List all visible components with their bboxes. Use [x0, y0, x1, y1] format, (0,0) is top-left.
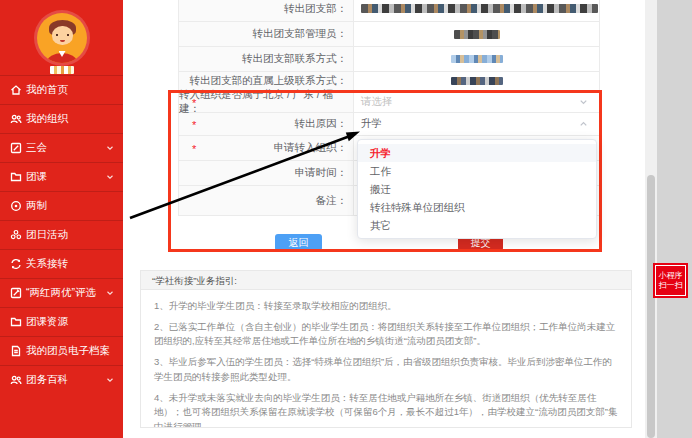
sidebar-item-label: 我的团员电子档案: [26, 344, 110, 358]
chevron-down-icon: [105, 143, 115, 153]
chevron-down-icon: [105, 288, 115, 298]
scrollbar-thumb[interactable]: [647, 175, 655, 438]
badge-line-2: 扫一扫: [659, 281, 683, 291]
sidebar-menu: 我的首页 我的组织 三会 团课 两制 团日活动 关系接转: [0, 75, 123, 394]
window-gutter: [657, 0, 692, 438]
guide-item-4: 4、未升学或未落实就业去向的毕业学生团员：转至居住地或户籍地所在乡镇、街道团组织…: [154, 391, 618, 428]
main-content: 转出团支部： 转出团支部管理员： 转出团支部联系方式： 转出团支部的直属上级联系…: [123, 0, 645, 438]
chevron-down-icon: [105, 172, 115, 182]
sidebar-item-two-systems[interactable]: 两制: [0, 191, 123, 220]
avatar-eyes: [56, 34, 69, 36]
avatar[interactable]: [37, 13, 87, 63]
dropdown-option-other[interactable]: 其它: [358, 216, 596, 234]
folder-icon: [10, 316, 22, 328]
guide-title: “学社衔接”业务指引:: [141, 271, 631, 290]
sidebar-item-label: 三会: [26, 141, 47, 155]
sidebar-item-label: 团课资源: [26, 315, 68, 329]
sidebar-item-league-class[interactable]: 团课: [0, 162, 123, 191]
required-marker: *: [192, 143, 196, 155]
guide-panel: “学社衔接”业务指引: 1、升学的毕业学生团员：转接至录取学校相应的团组织。 2…: [140, 270, 632, 428]
censored-value: [454, 30, 500, 39]
home-icon: [10, 84, 22, 96]
field-value: [354, 22, 599, 46]
guide-item-2: 2、已落实工作单位（含自主创业）的毕业学生团员：将团组织关系转接至工作单位团组织…: [154, 320, 618, 349]
field-label: *申请转入组织：: [179, 136, 354, 160]
guide-body: 1、升学的毕业学生团员：转接至录取学校相应的团组织。 2、已落实工作单位（含自主…: [141, 290, 631, 428]
select-placeholder: 请选择: [361, 95, 393, 109]
sidebar-item-three-meetings[interactable]: 三会: [0, 133, 123, 162]
censored-username: [50, 66, 74, 74]
edit-icon: [10, 287, 22, 299]
dropdown-option-special-unit[interactable]: 转往特殊单位团组织: [358, 198, 596, 216]
dropdown-option-work[interactable]: 工作: [358, 162, 596, 180]
censored-value: [451, 55, 503, 63]
field-label: 申请时间：: [179, 161, 354, 185]
form-row-out-branch-admin: 转出团支部管理员：: [179, 22, 599, 47]
sidebar-item-my-home[interactable]: 我的首页: [0, 75, 123, 104]
file-icon: [10, 345, 22, 357]
dropdown-option-study[interactable]: 升学: [358, 144, 596, 162]
field-label: 转出团支部联系方式：: [179, 47, 354, 71]
sync-icon: [10, 258, 22, 270]
field-label: *转出原因：: [179, 113, 354, 135]
field-label: *转入组织是否属于北京 / 广东 / 福建：: [179, 91, 354, 112]
form-row-transfer-reason: *转出原因： 升学: [179, 113, 599, 136]
sidebar-item-league-encyclopedia[interactable]: 团务百科: [0, 365, 123, 394]
sidebar: 我的首页 我的组织 三会 团课 两制 团日活动 关系接转: [0, 0, 123, 438]
sidebar-item-two-red-two-excellent[interactable]: “两红两优”评选: [0, 278, 123, 307]
sidebar-item-league-class-resources[interactable]: 团课资源: [0, 307, 123, 336]
users-icon: [10, 374, 22, 386]
required-marker: *: [192, 96, 196, 108]
chevron-up-icon: [578, 119, 589, 130]
censored-value: [361, 4, 598, 13]
guide-item-3: 3、毕业后参军入伍的学生团员：选择“特殊单位团组织”后，由省级团组织负责审核。毕…: [154, 355, 618, 384]
sidebar-item-label: 我的组织: [26, 112, 68, 126]
sidebar-item-label: 团务百科: [26, 373, 68, 387]
chevron-down-icon: [578, 96, 589, 107]
profile-section: [0, 0, 123, 75]
sidebar-item-relationship-transfer[interactable]: 关系接转: [0, 249, 123, 278]
sidebar-item-label: 我的首页: [26, 83, 68, 97]
users-icon: [10, 113, 22, 125]
sidebar-item-label: “两红两优”评选: [26, 286, 96, 300]
mini-program-badge[interactable]: 小程序 扫一扫: [655, 265, 686, 296]
region-select[interactable]: 请选择: [354, 91, 599, 112]
back-button[interactable]: 返回: [275, 234, 322, 251]
form-row-out-branch: 转出团支部：: [179, 0, 599, 22]
guide-item-1: 1、升学的毕业学生团员：转接至录取学校相应的团组织。: [154, 299, 618, 314]
field-label: 转出团支部管理员：: [179, 22, 354, 46]
folder-icon: [10, 171, 22, 183]
activity-icon: [10, 229, 22, 241]
target-icon: [10, 200, 22, 212]
form-icon: [10, 142, 22, 154]
sidebar-item-label: 团日活动: [26, 228, 68, 242]
sidebar-item-member-e-archive[interactable]: 我的团员电子档案: [0, 336, 123, 365]
select-value: 升学: [361, 117, 382, 131]
censored-value: [451, 77, 503, 85]
sidebar-item-label: 两制: [26, 199, 47, 213]
required-marker: *: [192, 119, 196, 131]
reason-select[interactable]: 升学: [354, 113, 599, 135]
field-value: [354, 72, 599, 90]
badge-line-1: 小程序: [659, 271, 683, 281]
field-label: 备注：: [179, 186, 354, 215]
sidebar-item-label: 团课: [26, 170, 47, 184]
field-label: 转出团支部：: [179, 0, 354, 21]
sidebar-item-league-day-activity[interactable]: 团日活动: [0, 220, 123, 249]
page-scrollbar[interactable]: [645, 0, 657, 438]
field-value: [354, 0, 599, 21]
sidebar-item-label: 关系接转: [26, 257, 68, 271]
form-row-target-region: *转入组织是否属于北京 / 广东 / 福建： 请选择: [179, 91, 599, 113]
form-row-out-branch-contact: 转出团支部联系方式：: [179, 47, 599, 72]
field-value: [354, 47, 599, 71]
dropdown-option-relocation[interactable]: 搬迁: [358, 180, 596, 198]
sidebar-item-my-organization[interactable]: 我的组织: [0, 104, 123, 133]
reason-dropdown: 升学 工作 搬迁 转往特殊单位团组织 其它: [357, 139, 597, 239]
chevron-down-icon: [105, 375, 115, 385]
